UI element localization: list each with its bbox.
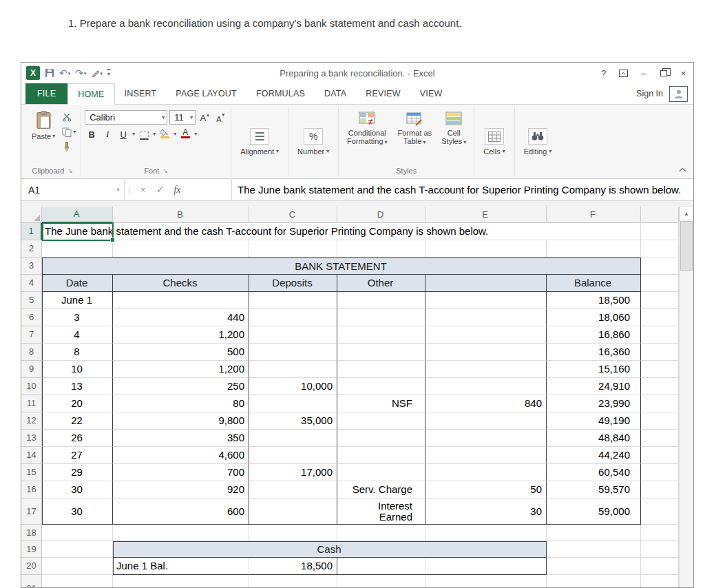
- bank-statement-cell[interactable]: 59,000: [547, 498, 641, 525]
- tab-home[interactable]: HOME: [67, 83, 114, 105]
- bank-statement-cell[interactable]: [337, 464, 425, 481]
- cell[interactable]: [42, 575, 113, 587]
- cell[interactable]: [113, 525, 249, 541]
- bank-statement-cell[interactable]: [337, 412, 425, 430]
- bank-statement-cell[interactable]: 13: [42, 378, 113, 395]
- underline-button[interactable]: U: [116, 127, 130, 141]
- row-header-16[interactable]: 16: [21, 481, 42, 498]
- customize-qat-button[interactable]: ▾: [107, 69, 110, 77]
- cell[interactable]: [337, 558, 425, 575]
- cell[interactable]: [641, 326, 679, 344]
- cell[interactable]: [42, 541, 113, 558]
- cell[interactable]: [641, 223, 679, 240]
- row-header-19[interactable]: 19: [21, 541, 42, 558]
- bank-statement-cell[interactable]: 3: [42, 309, 113, 326]
- tab-page-layout[interactable]: PAGE LAYOUT: [166, 83, 246, 104]
- minimize-button[interactable]: –: [633, 63, 653, 83]
- name-box[interactable]: A1 ▾: [21, 179, 125, 200]
- formula-input[interactable]: The June bank statement and the cash T-a…: [231, 179, 693, 200]
- bank-statement-cell[interactable]: [425, 309, 547, 326]
- bank-statement-cell[interactable]: 30: [42, 498, 113, 525]
- cell-styles-button[interactable]: Cell Styles▾: [437, 107, 470, 165]
- row-header-9[interactable]: 9: [21, 361, 42, 378]
- bank-statement-cell[interactable]: 22: [42, 412, 113, 430]
- close-button[interactable]: ×: [673, 63, 693, 83]
- cell[interactable]: [641, 361, 679, 378]
- tab-insert[interactable]: INSERT: [115, 83, 167, 104]
- cell[interactable]: [337, 525, 425, 541]
- bank-statement-cell[interactable]: [337, 344, 425, 361]
- bank-statement-cell[interactable]: [337, 430, 425, 447]
- bank-statement-cell[interactable]: 8: [42, 344, 113, 361]
- bold-button[interactable]: B: [85, 127, 98, 141]
- row-header-10[interactable]: 10: [21, 378, 42, 395]
- bank-statement-cell[interactable]: 20: [42, 395, 113, 412]
- collapse-ribbon-button[interactable]: [679, 162, 686, 175]
- cell[interactable]: [42, 525, 113, 541]
- help-button[interactable]: ?: [593, 63, 613, 83]
- touch-mode-button[interactable]: ▾: [92, 69, 103, 77]
- bank-statement-cell[interactable]: 35,000: [249, 412, 337, 430]
- insert-function-button[interactable]: fx: [169, 185, 186, 196]
- column-header-E[interactable]: E: [425, 207, 547, 223]
- tab-view[interactable]: VIEW: [410, 83, 452, 104]
- cell[interactable]: [113, 240, 249, 258]
- bank-statement-cell[interactable]: [249, 309, 337, 326]
- row-header-13[interactable]: 13: [21, 430, 42, 447]
- bank-statement-cell[interactable]: 700: [113, 464, 249, 481]
- bank-statement-cell[interactable]: 440: [113, 309, 249, 326]
- bank-statement-cell[interactable]: [249, 481, 337, 498]
- copy-button[interactable]: ▾: [62, 126, 76, 138]
- bank-statement-cell[interactable]: 4,600: [113, 447, 249, 464]
- cell[interactable]: [547, 575, 641, 587]
- bank-statement-cell[interactable]: 15,160: [547, 361, 641, 378]
- cell[interactable]: [547, 558, 641, 575]
- bank-statement-cell[interactable]: 30: [425, 498, 547, 525]
- tab-formulas[interactable]: FORMULAS: [246, 83, 315, 104]
- bank-statement-cell[interactable]: 44,240: [547, 447, 641, 464]
- scroll-up-button[interactable]: ▲: [680, 207, 693, 220]
- cancel-button[interactable]: ×: [134, 185, 151, 195]
- ribbon-display-options-button[interactable]: [613, 63, 633, 83]
- font-name-combo[interactable]: Calibri▾: [85, 110, 167, 125]
- borders-button[interactable]: [137, 127, 151, 141]
- column-header-F[interactable]: F: [547, 207, 641, 223]
- bank-statement-cell[interactable]: [425, 412, 547, 430]
- row-header-7[interactable]: 7: [21, 326, 42, 344]
- row-header-6[interactable]: 6: [21, 309, 42, 326]
- row-header-8[interactable]: 8: [21, 344, 42, 361]
- bank-statement-cell[interactable]: [249, 447, 337, 464]
- row-header-5[interactable]: 5: [21, 292, 42, 309]
- column-header-D[interactable]: D: [337, 207, 425, 223]
- vertical-scrollbar[interactable]: ▲: [679, 207, 693, 587]
- cell[interactable]: [641, 558, 679, 575]
- cell[interactable]: [425, 525, 547, 541]
- bank-statement-cell[interactable]: [425, 447, 547, 464]
- cell[interactable]: [42, 558, 113, 575]
- format-as-table-button[interactable]: Format as Table▾: [392, 107, 437, 165]
- bank-statement-cell[interactable]: [425, 361, 547, 378]
- font-size-combo[interactable]: 11▾: [169, 110, 196, 125]
- bank-statement-cell[interactable]: 80: [113, 395, 249, 412]
- number-button[interactable]: % Number▾: [292, 128, 335, 156]
- tab-file[interactable]: FILE: [25, 83, 67, 104]
- bank-statement-cell[interactable]: 59,570: [547, 481, 641, 498]
- bank-statement-cell[interactable]: 30: [42, 481, 113, 498]
- tab-review[interactable]: REVIEW: [356, 83, 410, 104]
- cell[interactable]: [641, 258, 679, 275]
- font-color-button[interactable]: A: [178, 127, 192, 141]
- scrollbar-thumb[interactable]: [680, 221, 693, 271]
- bank-statement-cell[interactable]: 18,500: [547, 292, 641, 309]
- bank-statement-cell[interactable]: [337, 292, 425, 309]
- bank-statement-cell[interactable]: 50: [425, 481, 547, 498]
- bank-statement-cell[interactable]: Interest Earned: [337, 498, 425, 525]
- bank-statement-cell[interactable]: [249, 430, 337, 447]
- cell[interactable]: [641, 447, 679, 464]
- bank-statement-cell[interactable]: 24,910: [547, 378, 641, 395]
- bank-statement-cell[interactable]: [425, 378, 547, 395]
- bank-statement-cell[interactable]: [249, 326, 337, 344]
- bank-statement-cell[interactable]: 18,060: [547, 309, 641, 326]
- avatar[interactable]: [669, 86, 688, 102]
- bank-statement-header-Balance[interactable]: Balance: [547, 275, 641, 292]
- cash-row-label[interactable]: June 1 Bal.: [113, 558, 249, 575]
